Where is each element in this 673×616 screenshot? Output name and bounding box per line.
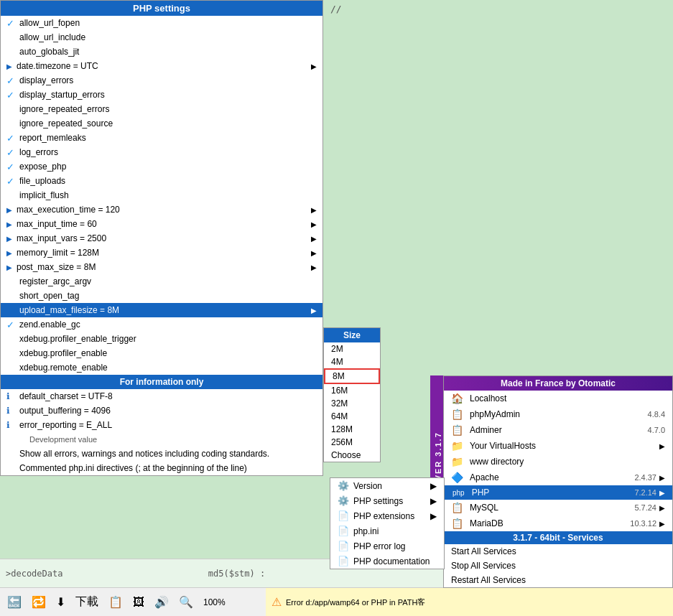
size-option-128M[interactable]: 128M [324, 423, 380, 436]
setting-item-implicit_flush[interactable]: implicit_flush [1, 188, 322, 202]
setting-item-post_max_size[interactable]: ▶post_max_size = 8M▶ [1, 260, 322, 274]
setting-label-upload_max_filesize: upload_max_filesize = 8M [19, 305, 119, 315]
setting-item-zend_enable_gc[interactable]: ✓zend.enable_gc [1, 317, 322, 332]
arrow-apache: ▶ [659, 474, 665, 482]
size-option-8M[interactable]: 8M [324, 368, 380, 384]
service-stop_all[interactable]: Stop All Services [444, 559, 672, 573]
setting-item-display_startup_errors[interactable]: ✓display_startup_errors [1, 88, 322, 102]
image-icon[interactable]: 🖼 [130, 594, 147, 610]
php-settings-panel: PHP settings ✓allow_url_fopen allow_url_… [0, 0, 323, 476]
icon-php-sub-version: ⚙️ [338, 480, 349, 491]
setting-item-max_execution_time[interactable]: ▶max_execution_time = 120▶ [1, 202, 322, 217]
wamp-item-adminer[interactable]: 📋Adminer4.7.0 [444, 422, 672, 438]
php-sub-php_documentation[interactable]: 📄PHP documentation [330, 554, 444, 569]
php-sub-php_ini[interactable]: 📄php.ini [330, 523, 444, 538]
error-text: Error d:/app/wamp64 or PHP in PATH [286, 598, 417, 607]
arrow-php-sub-php_extensions: ▶ [430, 511, 437, 521]
wamp-item-apache[interactable]: 🔷Apache2.4.37▶ [444, 470, 672, 485]
size-option-2M[interactable]: 2M [324, 342, 380, 355]
wamp-items-list: 🏠Localhost📋phpMyAdmin4.8.4📋Adminer4.7.0📁… [444, 391, 672, 531]
setting-item-auto_globals_jit[interactable]: auto_globals_jit [1, 45, 322, 59]
setting-label-report_memleaks: report_memleaks [19, 133, 86, 143]
setting-item-expose_php[interactable]: ✓expose_php [1, 159, 322, 174]
size-option-4M[interactable]: 4M [324, 355, 380, 368]
php-sub-php_settings[interactable]: ⚙️PHP settings▶ [330, 493, 444, 508]
setting-label-max_input_time: max_input_time = 60 [17, 219, 97, 229]
php-sub-version[interactable]: ⚙️Version▶ [330, 478, 444, 493]
setting-item-date_timezone[interactable]: ▶date.timezone = UTC▶ [1, 59, 322, 73]
label-mariadb: MariaDB [470, 518, 630, 528]
setting-item-report_memleaks[interactable]: ✓report_memleaks [1, 131, 322, 145]
wamp-item-phpmyadmin[interactable]: 📋phpMyAdmin4.8.4 [444, 406, 672, 422]
icon-php-sub-php_extensions: 📄 [338, 510, 349, 521]
setting-label-max_execution_time: max_execution_time = 120 [17, 205, 120, 215]
service-start_all[interactable]: Start All Services [444, 544, 672, 559]
arrow-mariadb: ▶ [659, 520, 665, 528]
setting-label-zend_enable_gc: zend.enable_gc [19, 319, 80, 330]
version-phpmyadmin: 4.8.4 [648, 410, 665, 419]
setting-item-xdebug_profiler_enable[interactable]: xdebug.profiler_enable [1, 346, 322, 360]
info-icon-default_charset: ℹ [6, 391, 17, 401]
icon-phpmyadmin: 📋 [451, 409, 464, 420]
setting-item-max_input_vars[interactable]: ▶max_input_vars = 2500▶ [1, 231, 322, 246]
label-php-sub-php_ini: php.ini [353, 526, 379, 536]
setting-item-allow_url_fopen[interactable]: ✓allow_url_fopen [1, 16, 322, 30]
size-option-64M[interactable]: 64M [324, 410, 380, 423]
php-sub-php_error_log[interactable]: 📄PHP error log [330, 538, 444, 554]
icon-www_directory: 📁 [451, 456, 464, 467]
label-php-sub-php_error_log: PHP error log [353, 541, 405, 551]
speaker-icon[interactable]: 🔊 [152, 594, 172, 610]
icon-php-sub-php_documentation: 📄 [338, 556, 349, 566]
size-submenu: Size 2M4M8M16M32M64M128M256MChoose [323, 327, 381, 462]
setting-item-display_errors[interactable]: ✓display_errors [1, 73, 322, 88]
wamp-item-localhost[interactable]: 🏠Localhost [444, 391, 672, 406]
info-item-show_errors: Show all errors, warnings and notices in… [1, 447, 322, 461]
setting-item-ignore_repeated_source[interactable]: ignore_repeated_source [1, 116, 322, 131]
setting-item-short_open_tag[interactable]: short_open_tag [1, 289, 322, 303]
version-mysql: 5.7.24 [634, 503, 656, 512]
setting-label-date_timezone: date.timezone = UTC [17, 61, 98, 71]
check-icon-display_errors: ✓ [6, 75, 17, 86]
download-label[interactable]: 下載 [73, 593, 101, 611]
setting-item-upload_max_filesize[interactable]: upload_max_filesize = 8M▶ [1, 303, 322, 317]
setting-label-implicit_flush: implicit_flush [19, 190, 69, 200]
label-www_directory: www directory [470, 457, 665, 467]
setting-item-xdebug_remote_enable[interactable]: xdebug.remote_enable [1, 360, 322, 375]
wamp-item-www_directory[interactable]: 📁www directory [444, 454, 672, 470]
icon-php-sub-php_error_log: 📄 [338, 541, 349, 551]
icon-mariadb: 📋 [451, 518, 464, 529]
refresh-icon[interactable]: 🔁 [29, 594, 49, 610]
wamp-item-mysql[interactable]: 📋MySQL5.7.24▶ [444, 500, 672, 515]
search-icon[interactable]: 🔍 [176, 594, 196, 610]
setting-item-memory_limit[interactable]: ▶memory_limit = 128M▶ [1, 246, 322, 260]
setting-item-register_argc_argv[interactable]: register_argc_argv [1, 274, 322, 289]
size-option-256M[interactable]: 256M [324, 436, 380, 449]
wamp-item-mariadb[interactable]: 📋MariaDB10.3.12▶ [444, 515, 672, 531]
setting-label-display_startup_errors: display_startup_errors [19, 90, 105, 100]
setting-label-log_errors: log_errors [19, 147, 58, 157]
version-adminer: 4.7.0 [648, 426, 665, 434]
services-header: 3.1.7 - 64bit - Services [444, 531, 672, 544]
label-adminer: Adminer [470, 425, 648, 435]
setting-item-max_input_time[interactable]: ▶max_input_time = 60▶ [1, 217, 322, 231]
size-option-Choose[interactable]: Choose [324, 449, 380, 462]
setting-item-ignore_repeated_errors[interactable]: ignore_repeated_errors [1, 102, 322, 116]
label-php-sub-version: Version [353, 481, 382, 491]
setting-item-allow_url_include[interactable]: allow_url_include [1, 30, 322, 45]
label-localhost: Localhost [470, 393, 665, 403]
size-option-32M[interactable]: 32M [324, 397, 380, 410]
wamp-item-virtual_hosts[interactable]: 📁Your VirtualHosts▶ [444, 438, 672, 454]
size-option-16M[interactable]: 16M [324, 384, 380, 397]
setting-item-xdebug_profiler_trigger[interactable]: xdebug.profiler_enable_trigger [1, 332, 322, 346]
clipboard-icon[interactable]: 📋 [106, 594, 126, 610]
setting-item-file_uploads[interactable]: ✓file_uploads [1, 174, 322, 188]
service-restart_all[interactable]: Restart All Services [444, 573, 672, 587]
back-icon[interactable]: 🔙 [4, 594, 24, 610]
wamp-item-php[interactable]: phpPHP7.2.14▶ [444, 485, 672, 500]
setting-item-log_errors[interactable]: ✓log_errors [1, 145, 322, 159]
error-bar: ⚠ Error d:/app/wamp64 or PHP in PATH 客 [266, 587, 673, 616]
php-sub-php_extensions[interactable]: 📄PHP extensions▶ [330, 508, 444, 523]
setting-label-xdebug_profiler_enable: xdebug.profiler_enable [19, 348, 107, 358]
info-item-output_buffering: ℹoutput_buffering = 4096 [1, 403, 322, 418]
download-icon[interactable]: ⬇ [53, 594, 68, 610]
